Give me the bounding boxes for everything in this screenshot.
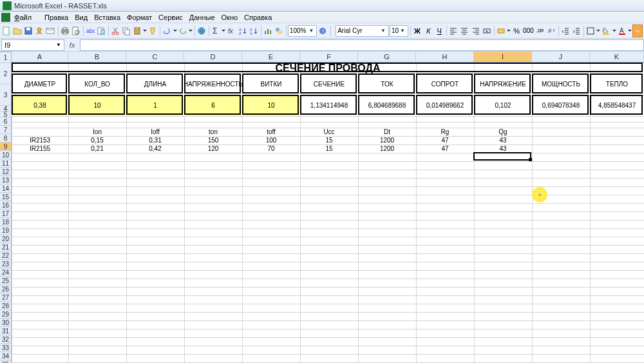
row-header-23[interactable]: 23 (0, 260, 12, 268)
hyperlink-button[interactable] (196, 25, 207, 37)
col-header-H[interactable]: H (416, 52, 474, 63)
research-button[interactable] (96, 25, 106, 37)
spelling-button[interactable]: abc (85, 25, 95, 37)
col-header-A[interactable]: A (12, 52, 68, 63)
zoom-combo[interactable]: 100%▼ (288, 25, 317, 37)
borders-button[interactable] (585, 25, 596, 37)
permissions-button[interactable] (34, 25, 44, 37)
fill-color-dropdown[interactable] (612, 28, 616, 34)
decrease-decimal-button[interactable]: ,0 (546, 25, 556, 37)
cell[interactable]: МОЩНОСТЬ (532, 74, 590, 95)
cell[interactable]: Ucc (300, 128, 358, 136)
toolbar-options-button[interactable] (632, 25, 643, 37)
row-header-11[interactable]: 11 (0, 159, 12, 168)
row-header-30[interactable]: 30 (0, 319, 12, 327)
cell[interactable]: 47 (416, 144, 474, 153)
cell[interactable]: 0,102 (474, 95, 532, 116)
row-header-24[interactable]: 24 (0, 268, 12, 277)
cell[interactable]: Rg (416, 128, 474, 136)
col-header-K[interactable]: K (590, 52, 644, 63)
cell[interactable]: СОПРОТ (416, 74, 474, 95)
col-header-I[interactable]: I (474, 52, 532, 63)
email-button[interactable] (45, 25, 55, 37)
cell[interactable]: 1,134114948 (300, 95, 358, 116)
menu-format[interactable]: Формат (127, 14, 152, 21)
cell[interactable]: 6 (184, 95, 242, 116)
name-box[interactable]: I9▼ (1, 39, 64, 51)
row-header-20[interactable]: 20 (0, 235, 12, 243)
cell[interactable]: 4,858548437 (590, 95, 644, 116)
menu-edit[interactable]: Правка (44, 14, 68, 21)
cell[interactable]: 15 (300, 144, 358, 153)
cell[interactable]: 0,15 (68, 136, 126, 144)
row-header-26[interactable]: 26 (0, 285, 12, 293)
drawing-button[interactable] (274, 25, 284, 37)
new-button[interactable] (1, 25, 12, 37)
menu-service[interactable]: Сервис (158, 14, 183, 21)
cell[interactable]: ДЛИНА (126, 74, 184, 95)
row-header-18[interactable]: 18 (0, 218, 12, 226)
fx-icon[interactable]: fx (64, 41, 80, 49)
menu-data[interactable]: Данные (189, 14, 215, 21)
cell[interactable]: ДИАМЕТР (12, 74, 68, 95)
cell[interactable]: СЕЧЕНИЕ (300, 74, 358, 95)
currency-dropdown[interactable] (507, 28, 511, 34)
merge-center-button[interactable]: a (482, 25, 492, 37)
increase-indent-button[interactable] (571, 25, 582, 37)
cell[interactable]: 0,21 (68, 144, 126, 153)
row-header-34[interactable]: 34 (0, 352, 12, 360)
sort-asc-button[interactable]: AZ (238, 25, 248, 37)
cell[interactable]: ТОК (358, 74, 416, 95)
sort-desc-button[interactable]: ZA (249, 25, 259, 37)
fill-color-button[interactable] (601, 25, 611, 37)
decrease-indent-button[interactable] (560, 25, 571, 37)
cut-button[interactable] (110, 25, 120, 37)
formula-input[interactable] (80, 39, 644, 51)
row-header-17[interactable]: 17 (0, 210, 12, 218)
cell[interactable]: ВИТКИ (242, 74, 300, 95)
cell[interactable]: 1200 (358, 136, 416, 144)
menu-file[interactable]: Файлdocument.currentScript.previousSibli… (14, 14, 38, 21)
currency-button[interactable] (496, 25, 506, 37)
row-header-15[interactable]: 15 (0, 193, 12, 201)
row-header-19[interactable]: 19 (0, 226, 12, 235)
redo-dropdown[interactable] (189, 28, 193, 34)
cell[interactable]: IR2155 (12, 144, 68, 153)
row-header-16[interactable]: 16 (0, 201, 12, 210)
cell[interactable]: 43 (474, 144, 532, 153)
row-header-1[interactable]: 1 (0, 52, 12, 63)
cell[interactable]: 43 (474, 136, 532, 144)
cell[interactable]: Qg (474, 128, 532, 136)
cell[interactable]: 70 (242, 144, 300, 153)
bold-button[interactable]: Ж (412, 25, 422, 37)
open-button[interactable] (12, 25, 23, 37)
cell[interactable]: toff (242, 128, 300, 136)
cell[interactable]: 0,014989662 (416, 95, 474, 116)
row-headers[interactable]: 1234567891011121314151617181920212223242… (0, 52, 12, 363)
col-header-D[interactable]: D (184, 52, 242, 63)
chart-button[interactable] (263, 25, 273, 37)
row-header-28[interactable]: 28 (0, 302, 12, 310)
col-header-B[interactable]: B (68, 52, 126, 63)
cell[interactable]: НАПРЯЖЕНИЕ (474, 74, 532, 95)
row-header-21[interactable]: 21 (0, 243, 12, 251)
underline-button[interactable]: Ч (434, 25, 444, 37)
font-color-button[interactable]: A (617, 25, 627, 37)
row-header-33[interactable]: 33 (0, 344, 12, 352)
col-header-G[interactable]: G (358, 52, 416, 63)
menu-view[interactable]: Вид (75, 14, 88, 21)
menu-insert[interactable]: Вставка (94, 14, 120, 21)
borders-dropdown[interactable] (596, 28, 600, 34)
align-right-button[interactable] (470, 25, 480, 37)
cell[interactable]: 150 (184, 136, 242, 144)
preview-button[interactable] (71, 25, 81, 37)
paste-button[interactable] (132, 25, 142, 37)
undo-button[interactable] (162, 25, 172, 37)
autosum-dropdown[interactable] (222, 28, 225, 34)
row-header-6[interactable]: 6 (0, 117, 12, 126)
thousands-button[interactable]: 000 (522, 25, 535, 37)
row-header-2[interactable]: 2 (0, 63, 12, 84)
cell[interactable]: 10 (68, 95, 126, 116)
cell[interactable]: ton (184, 128, 242, 136)
format-painter-button[interactable] (147, 25, 158, 37)
